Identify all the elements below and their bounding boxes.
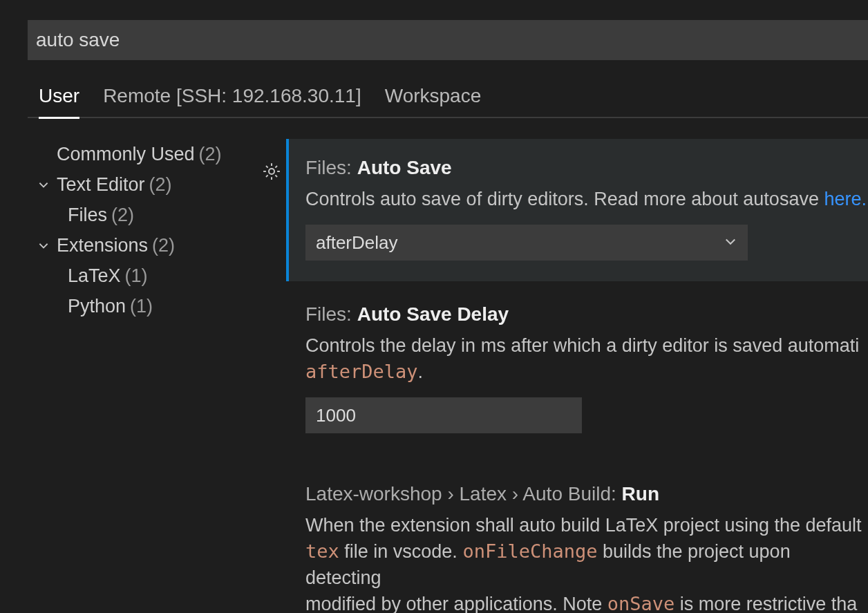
setting-title-strong: Auto Save — [357, 157, 452, 178]
sidebar-item-count: (2) — [152, 230, 175, 261]
auto-save-select[interactable]: afterDelay — [305, 225, 748, 261]
setting-desc-code: onFileChange — [462, 540, 597, 562]
setting-desc-text: Controls the delay in ms after which a d… — [305, 335, 859, 356]
setting-desc-code: tex — [305, 540, 339, 562]
chevron-down-icon — [37, 178, 50, 191]
sidebar-item-text-editor[interactable]: Text Editor (2) — [33, 169, 263, 200]
tab-workspace[interactable]: Workspace — [385, 85, 482, 119]
chevron-down-icon — [724, 234, 737, 252]
tab-user[interactable]: User — [39, 85, 79, 119]
sidebar-item-count: (1) — [125, 261, 148, 291]
settings-category-sidebar: Commonly Used (2) Text Editor (2) Files … — [0, 139, 263, 613]
setting-desc-code: afterDelay — [305, 361, 418, 382]
sidebar-item-count: (2) — [199, 139, 222, 169]
setting-desc-link[interactable]: here. — [824, 189, 867, 209]
setting-description: When the extension shall auto build LaTe… — [305, 512, 868, 613]
svg-point-0 — [269, 169, 274, 174]
settings-content: Files: Auto Save Controls auto save of d… — [263, 139, 868, 613]
sidebar-item-label: Text Editor — [57, 169, 145, 200]
sidebar-item-count: (2) — [111, 200, 134, 230]
sidebar-item-count: (2) — [149, 169, 172, 200]
setting-desc-text: is more restrictive tha — [674, 594, 857, 613]
sidebar-item-extensions[interactable]: Extensions (2) — [33, 230, 263, 261]
setting-title-strong: Run — [622, 483, 659, 504]
sidebar-item-label: Python — [68, 291, 126, 321]
setting-desc-text: . — [418, 361, 424, 382]
sidebar-item-files[interactable]: Files (2) — [33, 200, 263, 230]
sidebar-item-count: (1) — [130, 291, 153, 321]
setting-desc-code: onSave — [607, 593, 675, 613]
setting-desc-text: modified by other applications. Note — [305, 594, 607, 613]
setting-title: Files: Auto Save Delay — [305, 303, 868, 326]
sidebar-item-label: Extensions — [57, 230, 148, 261]
setting-title-prefix: Files: — [305, 157, 357, 178]
setting-desc-text: Controls auto save of dirty editors. Rea… — [305, 189, 824, 209]
settings-search-wrap — [28, 20, 868, 60]
setting-description: Controls auto save of dirty editors. Rea… — [305, 186, 868, 212]
setting-desc-text: When the extension shall auto build LaTe… — [305, 515, 862, 536]
setting-title: Files: Auto Save — [305, 157, 868, 179]
sidebar-item-label: Commonly Used — [57, 139, 195, 169]
settings-search-input[interactable] — [28, 20, 868, 60]
gear-icon — [261, 161, 282, 182]
chevron-down-icon — [37, 239, 50, 252]
setting-title: Latex-workshop › Latex › Auto Build: Run — [305, 483, 868, 505]
sidebar-item-label: Files — [68, 200, 107, 230]
tab-remote[interactable]: Remote [SSH: 192.168.30.11] — [103, 85, 361, 119]
setting-title-prefix: Files: — [305, 303, 357, 325]
auto-save-delay-input[interactable] — [305, 397, 582, 433]
setting-gear-button[interactable] — [261, 161, 282, 187]
select-value: afterDelay — [316, 232, 398, 254]
setting-files-auto-save: Files: Auto Save Controls auto save of d… — [286, 139, 868, 281]
setting-title-prefix: Latex-workshop › Latex › Auto Build: — [305, 483, 622, 504]
setting-files-auto-save-delay: Files: Auto Save Delay Controls the dela… — [286, 303, 868, 454]
sidebar-item-latex[interactable]: LaTeX (1) — [33, 261, 263, 291]
sidebar-item-python[interactable]: Python (1) — [33, 291, 263, 321]
sidebar-item-commonly-used[interactable]: Commonly Used (2) — [33, 139, 263, 169]
setting-desc-text: file in vscode. — [339, 541, 463, 562]
setting-latex-auto-build-run: Latex-workshop › Latex › Auto Build: Run… — [286, 483, 868, 613]
setting-title-strong: Auto Save Delay — [357, 303, 509, 325]
setting-description: Controls the delay in ms after which a d… — [305, 332, 868, 385]
sidebar-item-label: LaTeX — [68, 261, 121, 291]
settings-scope-tabs: User Remote [SSH: 192.168.30.11] Workspa… — [28, 84, 868, 118]
